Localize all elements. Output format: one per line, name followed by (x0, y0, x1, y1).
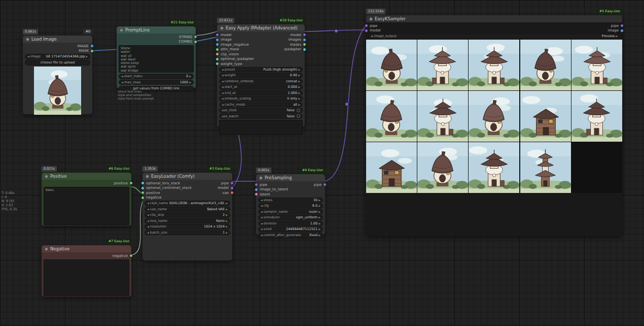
increment-arrow-icon[interactable]: ▶ (226, 202, 228, 205)
increment-arrow-icon[interactable]: ▶ (298, 91, 300, 94)
input-socket-pipe[interactable] (255, 183, 258, 186)
decrement-arrow-icon[interactable]: ◀ (261, 222, 263, 225)
vae_name-widget[interactable]: ◀vae_nameBaked VAE▶ (145, 207, 230, 212)
increment-arrow-icon[interactable]: ▶ (226, 225, 228, 228)
input-socket-weight_type[interactable] (216, 62, 219, 66)
decrement-arrow-icon[interactable]: ◀ (222, 85, 224, 88)
node-title-bar[interactable]: Positive (42, 173, 131, 180)
increment-arrow-icon[interactable]: ▶ (318, 222, 320, 225)
sampler_name-widget[interactable]: ◀sampler_nameeuler▶ (258, 209, 323, 215)
load-image-node[interactable]: 0.061s#0Load ImageIMAGEMASK◀imageb8 1714… (23, 36, 92, 114)
clip_skip-widget[interactable]: ◀clip_skip2▶ (145, 212, 230, 218)
node-title-bar[interactable]: EasyKSampler (366, 15, 622, 22)
input-socket-optional_controlnet_stack[interactable] (141, 186, 145, 190)
decrement-arrow-icon[interactable]: ◀ (121, 75, 123, 78)
decrement-arrow-icon[interactable]: ◀ (261, 210, 263, 213)
input-socket-optional_lora_stack[interactable] (141, 181, 145, 185)
input-socket-image[interactable] (216, 38, 219, 42)
increment-arrow-icon[interactable]: ▶ (226, 208, 228, 211)
increment-arrow-icon[interactable]: ▶ (226, 213, 228, 216)
input-socket-positive[interactable] (141, 191, 145, 194)
scheduler-widget[interactable]: ◀schedulersgm_uniform▶ (258, 215, 323, 220)
decrement-arrow-icon[interactable]: ◀ (222, 68, 224, 71)
input-socket-model[interactable] (216, 33, 219, 37)
denoise-widget[interactable]: ◀denoise1.00▶ (258, 221, 323, 226)
decrement-arrow-icon[interactable]: ◀ (261, 227, 263, 231)
output-socket-model[interactable] (230, 186, 234, 190)
easy-ksampler-node[interactable]: 212.516s#5 Easy-UseEasyKSamplerpipepipem… (366, 15, 622, 236)
input-socket-negative[interactable] (141, 196, 145, 200)
toggle-knob-icon[interactable] (297, 114, 300, 118)
decrement-arrow-icon[interactable]: ◀ (147, 231, 149, 234)
output-socket-image[interactable] (620, 29, 624, 32)
prompt-textarea[interactable]: base, (44, 187, 129, 225)
node-title-bar[interactable]: PromptLine (117, 26, 196, 34)
node-title-bar[interactable]: PreSampling (256, 174, 325, 181)
increment-arrow-icon[interactable]: ▶ (298, 80, 300, 83)
decrement-arrow-icon[interactable]: ◀ (222, 80, 224, 83)
increment-arrow-icon[interactable]: ▶ (318, 216, 320, 219)
increment-arrow-icon[interactable]: ▶ (298, 103, 300, 106)
max_rows-widget[interactable]: ◀max_rows1000▶ (119, 80, 194, 85)
input-socket-attn_mask[interactable] (216, 48, 219, 51)
collapse-dot-icon[interactable] (220, 26, 224, 30)
cfg-widget[interactable]: ◀cfg8.0▶ (258, 203, 323, 209)
decrement-arrow-icon[interactable]: ◀ (222, 74, 224, 77)
ckpt_name-widget[interactable]: ◀ckpt_nameSDXL\2E0K : animagineXLV3_v30.… (145, 201, 230, 206)
ipadapter-apply-node[interactable]: 22.611s#20 Easy-UseEasy Apply IPAdapter … (217, 24, 305, 127)
output-socket-ipadapter[interactable] (303, 48, 306, 51)
output-socket-COMBO[interactable] (194, 40, 197, 44)
collapse-dot-icon[interactable] (146, 175, 149, 178)
input-socket-image_negative[interactable] (216, 43, 219, 46)
decrement-arrow-icon[interactable]: ◀ (222, 91, 224, 94)
prompt-textarea[interactable] (44, 259, 129, 296)
decrement-arrow-icon[interactable]: ◀ (222, 97, 224, 100)
embeds_scaling-widget[interactable]: ◀embeds_scalingV only▶ (219, 96, 303, 102)
start_index-widget[interactable]: ◀start_index0▶ (119, 74, 194, 79)
cache_mode-widget[interactable]: ◀cache_modeall▶ (219, 102, 303, 108)
decrement-arrow-icon[interactable]: ◀ (147, 225, 149, 228)
increment-arrow-icon[interactable]: ▶ (189, 81, 191, 84)
decrement-arrow-icon[interactable]: ◀ (147, 219, 149, 222)
input-socket-image_to_latent[interactable] (255, 188, 258, 191)
node-title-bar[interactable]: Easy Apply IPAdapter (Advanced) (217, 24, 305, 31)
increment-arrow-icon[interactable]: ▶ (318, 204, 320, 207)
increment-arrow-icon[interactable]: ▶ (318, 234, 320, 237)
decrement-arrow-icon[interactable]: ◀ (147, 208, 149, 211)
pre-sampling-node[interactable]: 0.001s#4 Easy-UsePreSamplingpipepipeimag… (256, 174, 325, 235)
toggle-knob-icon[interactable] (297, 109, 300, 112)
increment-arrow-icon[interactable]: ▶ (318, 227, 320, 231)
decrement-arrow-icon[interactable]: ◀ (147, 202, 149, 205)
decrement-arrow-icon[interactable]: ◀ (261, 199, 263, 202)
node-title-bar[interactable]: Negative (42, 245, 131, 252)
preset-widget[interactable]: ◀presetPLUS (high strength)▶ (219, 67, 303, 73)
decrement-arrow-icon[interactable]: ◀ (147, 213, 149, 216)
increment-arrow-icon[interactable]: ▶ (226, 219, 228, 222)
decrement-arrow-icon[interactable]: ◀ (121, 81, 123, 84)
decrement-arrow-icon[interactable]: ◀ (261, 216, 263, 219)
node-title-bar[interactable]: Load Image (23, 36, 92, 43)
output-socket-MASK[interactable] (90, 49, 94, 53)
decrement-arrow-icon[interactable]: ◀ (371, 35, 373, 38)
input-socket-latent[interactable] (255, 192, 258, 196)
end_at-widget[interactable]: ◀end_at1.000▶ (219, 90, 303, 96)
collapse-dot-icon[interactable] (120, 28, 123, 32)
increment-arrow-icon[interactable]: ▶ (318, 199, 320, 202)
collapse-dot-icon[interactable] (26, 38, 29, 41)
use_tiled-toggle[interactable]: use_tiledfalse (219, 108, 303, 113)
increment-arrow-icon[interactable]: ▶ (298, 85, 300, 88)
increment-arrow-icon[interactable]: ▶ (189, 75, 191, 78)
reroute-dot[interactable] (345, 103, 349, 106)
control_after_generate-widget[interactable]: ◀control_after_generatefixed▶ (258, 233, 323, 238)
increment-arrow-icon[interactable]: ▶ (616, 35, 618, 38)
use_batch-toggle[interactable]: use_batchfalse (219, 114, 303, 119)
negative-prompt-node[interactable]: #7 Easy-UseNegativenegative (42, 245, 131, 297)
increment-arrow-icon[interactable]: ▶ (298, 97, 300, 100)
output-socket-images[interactable] (303, 38, 306, 42)
increment-arrow-icon[interactable]: ▶ (298, 68, 300, 71)
easy-loader-node[interactable]: 1.353s#3 Easy-UseEasyLoader (Comfy)optio… (142, 173, 232, 260)
increment-arrow-icon[interactable]: ▶ (86, 55, 88, 58)
node-graph-canvas[interactable]: T: 0.40s I: 0 N: 9 [9] V: 1.03 FPS: 0.35… (0, 0, 644, 326)
image_output-widget[interactable]: ◀image_outputPreview▶ (368, 34, 620, 39)
decrement-arrow-icon[interactable]: ◀ (261, 204, 263, 207)
